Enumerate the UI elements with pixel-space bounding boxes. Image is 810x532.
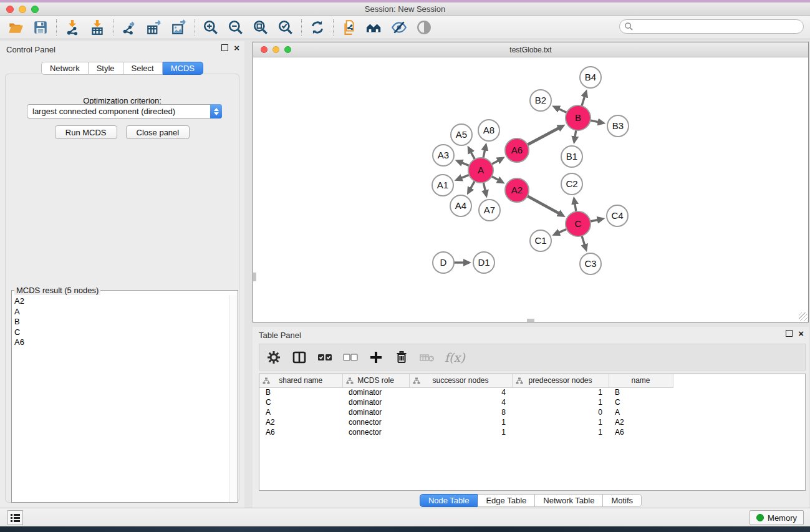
hide-graphics-details-icon[interactable] bbox=[391, 19, 407, 36]
show-panel-icon[interactable] bbox=[416, 19, 432, 36]
edge-C-C2[interactable] bbox=[575, 204, 576, 212]
cell-successor-nodes[interactable]: 4 bbox=[409, 387, 512, 397]
export-image-icon[interactable] bbox=[171, 19, 187, 36]
close-table-panel-icon[interactable]: × bbox=[798, 330, 804, 337]
cell-name[interactable]: C bbox=[609, 397, 673, 407]
zoom-fit-icon[interactable] bbox=[253, 19, 269, 36]
cell-shared-name[interactable]: A6 bbox=[259, 427, 342, 437]
cell-predecessor-nodes[interactable]: 0 bbox=[512, 407, 609, 417]
cell-name[interactable]: A6 bbox=[609, 427, 673, 437]
column-header-shared-name[interactable]: shared name bbox=[259, 374, 342, 387]
edge-B-B3[interactable] bbox=[591, 120, 599, 122]
cell-shared-name[interactable]: B bbox=[259, 387, 342, 397]
table-settings-icon[interactable] bbox=[266, 349, 282, 365]
edge-A-A8[interactable] bbox=[483, 150, 485, 158]
table-row[interactable]: Bdominator41B bbox=[259, 387, 673, 397]
cell-successor-nodes[interactable]: 8 bbox=[409, 407, 512, 417]
result-item[interactable]: B bbox=[14, 317, 229, 327]
cell-shared-name[interactable]: A2 bbox=[259, 417, 342, 427]
network-canvas[interactable]: ABCA6A2A1A3A4A5A7A8B1B2B3B4C1C2C3C4DD1 bbox=[253, 57, 808, 322]
table-row[interactable]: Cdominator41C bbox=[259, 397, 673, 407]
zoom-out-icon[interactable] bbox=[228, 19, 244, 36]
search-input[interactable] bbox=[619, 19, 804, 34]
cell-successor-nodes[interactable]: 4 bbox=[409, 397, 512, 407]
tab-style[interactable]: Style bbox=[89, 62, 123, 75]
cell-predecessor-nodes[interactable]: 1 bbox=[512, 427, 609, 437]
edge-A-A7[interactable] bbox=[483, 183, 485, 191]
result-item[interactable]: C bbox=[14, 327, 229, 338]
import-network-icon[interactable] bbox=[64, 19, 80, 36]
float-panel-icon[interactable] bbox=[221, 44, 228, 51]
tab-network[interactable]: Network bbox=[41, 62, 89, 75]
close-panel-button[interactable]: Close panel bbox=[126, 125, 190, 139]
criterion-dropdown[interactable]: largest connected component (directed) bbox=[27, 104, 222, 118]
horizontal-scroll-thumb[interactable] bbox=[527, 319, 534, 322]
edge-A-A5[interactable] bbox=[471, 152, 475, 159]
cell-predecessor-nodes[interactable]: 1 bbox=[512, 417, 609, 427]
table-row[interactable]: A6connector11A6 bbox=[259, 427, 673, 437]
column-header-MCDS-role[interactable]: MCDS role bbox=[342, 374, 409, 387]
memory-button[interactable]: Memory bbox=[750, 510, 804, 525]
result-item[interactable]: A bbox=[14, 307, 229, 317]
zoom-in-icon[interactable] bbox=[203, 19, 219, 36]
split-panel-icon[interactable] bbox=[291, 349, 307, 365]
task-history-button[interactable] bbox=[7, 510, 23, 525]
cell-name[interactable]: B bbox=[609, 387, 673, 397]
tab-edge-table[interactable]: Edge Table bbox=[478, 494, 535, 507]
edge-C-C3[interactable] bbox=[582, 236, 585, 244]
edge-B-B1[interactable] bbox=[575, 130, 576, 137]
column-header-name[interactable]: name bbox=[609, 374, 673, 387]
edge-A-A6[interactable] bbox=[492, 160, 499, 164]
edge-B-B2[interactable] bbox=[559, 109, 567, 113]
tab-motifs[interactable]: Motifs bbox=[603, 494, 642, 507]
open-session-icon[interactable] bbox=[7, 19, 24, 36]
cell-MCDS-role[interactable]: dominator bbox=[342, 407, 409, 417]
edge-B-B4[interactable] bbox=[582, 97, 585, 106]
clone-network-icon[interactable] bbox=[341, 19, 357, 36]
cell-MCDS-role[interactable]: dominator bbox=[342, 397, 409, 407]
result-item[interactable]: A2 bbox=[14, 296, 229, 307]
edge-A-A2[interactable] bbox=[492, 177, 499, 180]
table-row[interactable]: A2connector11A2 bbox=[259, 417, 673, 427]
network-titlebar[interactable]: testGlobe.txt bbox=[253, 42, 808, 57]
cell-MCDS-role[interactable]: dominator bbox=[342, 387, 409, 397]
cell-predecessor-nodes[interactable]: 1 bbox=[512, 387, 609, 397]
cell-name[interactable]: A2 bbox=[609, 417, 673, 427]
float-table-panel-icon[interactable] bbox=[786, 330, 793, 337]
tab-select[interactable]: Select bbox=[123, 62, 163, 75]
edge-A-A4[interactable] bbox=[471, 181, 475, 188]
resize-grip[interactable] bbox=[799, 312, 808, 321]
cell-MCDS-role[interactable]: connector bbox=[342, 427, 409, 437]
cell-predecessor-nodes[interactable]: 1 bbox=[512, 397, 609, 407]
unselect-all-columns-icon[interactable] bbox=[342, 349, 359, 365]
cell-shared-name[interactable]: A bbox=[259, 407, 342, 417]
result-scrollbar[interactable] bbox=[229, 295, 238, 502]
edge-A-A1[interactable] bbox=[461, 175, 470, 178]
home-icon[interactable] bbox=[366, 19, 382, 36]
save-session-icon[interactable] bbox=[32, 19, 49, 36]
cell-MCDS-role[interactable]: connector bbox=[342, 417, 409, 427]
result-item[interactable]: A6 bbox=[14, 337, 229, 348]
column-header-predecessor-nodes[interactable]: predecessor nodes bbox=[512, 374, 609, 387]
edge-C-C4[interactable] bbox=[591, 220, 598, 222]
table-row[interactable]: Adominator80A bbox=[259, 407, 673, 417]
run-mcds-button[interactable]: Run MCDS bbox=[55, 125, 117, 139]
zoom-selected-icon[interactable] bbox=[277, 19, 294, 36]
cell-successor-nodes[interactable]: 1 bbox=[409, 417, 512, 427]
delete-columns-icon[interactable] bbox=[393, 349, 410, 365]
refresh-icon[interactable] bbox=[309, 19, 325, 36]
tab-node-table[interactable]: Node Table bbox=[420, 494, 478, 507]
tab-network-table[interactable]: Network Table bbox=[535, 494, 603, 507]
edge-A2-C[interactable] bbox=[528, 196, 559, 213]
export-table-icon[interactable] bbox=[146, 19, 162, 36]
column-header-successor-nodes[interactable]: successor nodes bbox=[409, 374, 512, 387]
select-all-columns-icon[interactable] bbox=[317, 349, 333, 365]
export-network-icon[interactable] bbox=[121, 19, 137, 36]
edge-C-C1[interactable] bbox=[559, 229, 567, 233]
edge-A6-B[interactable] bbox=[528, 128, 559, 145]
cell-name[interactable]: A bbox=[609, 407, 673, 417]
import-table-icon[interactable] bbox=[89, 19, 105, 36]
vertical-scroll-thumb[interactable] bbox=[253, 273, 256, 281]
cell-successor-nodes[interactable]: 1 bbox=[409, 427, 512, 437]
cell-shared-name[interactable]: C bbox=[259, 397, 342, 407]
